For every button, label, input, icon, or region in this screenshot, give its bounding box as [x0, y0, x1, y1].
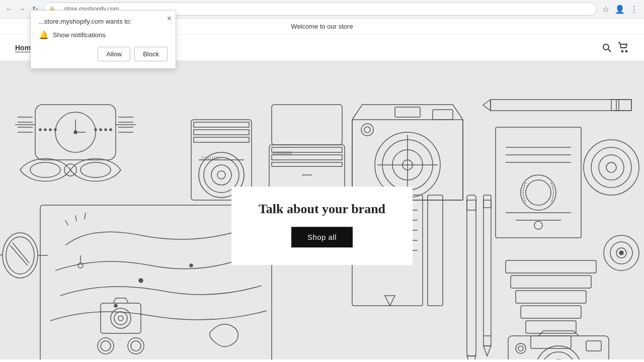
hero-title: Talk about your brand — [257, 202, 387, 217]
svg-point-107 — [114, 304, 117, 307]
forward-button[interactable]: → — [17, 4, 27, 14]
svg-point-3 — [626, 50, 627, 52]
svg-point-27 — [110, 129, 112, 131]
browser-actions: ☆ 👤 ⋮ — [600, 3, 640, 15]
svg-point-11 — [74, 131, 77, 134]
block-button[interactable]: Block — [134, 47, 168, 61]
search-button[interactable] — [602, 43, 612, 53]
account-button[interactable]: 👤 — [614, 3, 626, 15]
svg-point-22 — [49, 129, 51, 131]
allow-button[interactable]: Allow — [98, 47, 130, 61]
svg-line-1 — [608, 49, 611, 52]
svg-point-24 — [95, 129, 97, 131]
store-site: Welcome to our store Home Products Conta… — [0, 19, 644, 362]
menu-button[interactable]: ⋮ — [628, 3, 640, 15]
star-button[interactable]: ☆ — [600, 3, 612, 15]
popup-close-button[interactable]: × — [167, 15, 172, 23]
permission-text: Show notifications — [53, 31, 106, 39]
svg-point-20 — [39, 129, 41, 131]
popup-title: ...store.myshopify.com wants to: — [39, 18, 168, 25]
svg-point-25 — [100, 129, 102, 131]
svg-text:|  |  |  |  |  |  |  |  |: | | | | | | | | | — [201, 155, 219, 160]
hero-card: Talk about your brand Shop all — [231, 187, 413, 265]
svg-point-2 — [622, 50, 623, 52]
svg-point-21 — [44, 129, 46, 131]
bell-icon: 🔔 — [39, 30, 49, 40]
back-button[interactable]: ← — [4, 4, 14, 14]
cart-icon — [618, 42, 629, 53]
svg-point-135 — [619, 251, 623, 255]
shop-all-button[interactable]: Shop all — [291, 227, 353, 247]
svg-point-105 — [139, 279, 143, 283]
search-icon — [602, 43, 612, 53]
notification-popup: × ...store.myshopify.com wants to: 🔔 Sho… — [30, 10, 176, 69]
cart-button[interactable] — [618, 42, 629, 53]
svg-point-23 — [54, 129, 56, 131]
popup-buttons: Allow Block — [39, 47, 168, 61]
svg-point-26 — [105, 129, 107, 131]
announcement-text: Welcome to our store — [291, 23, 353, 30]
svg-point-0 — [603, 44, 609, 50]
svg-point-106 — [190, 264, 193, 267]
hero-section: | | | | | | | | | ||||||||||||||||||||| — [0, 61, 644, 359]
popup-permission: 🔔 Show notifications — [39, 30, 168, 40]
nav-actions — [602, 42, 629, 53]
svg-text:|||||||||||||||||||||: ||||||||||||||||||||| — [273, 151, 292, 155]
